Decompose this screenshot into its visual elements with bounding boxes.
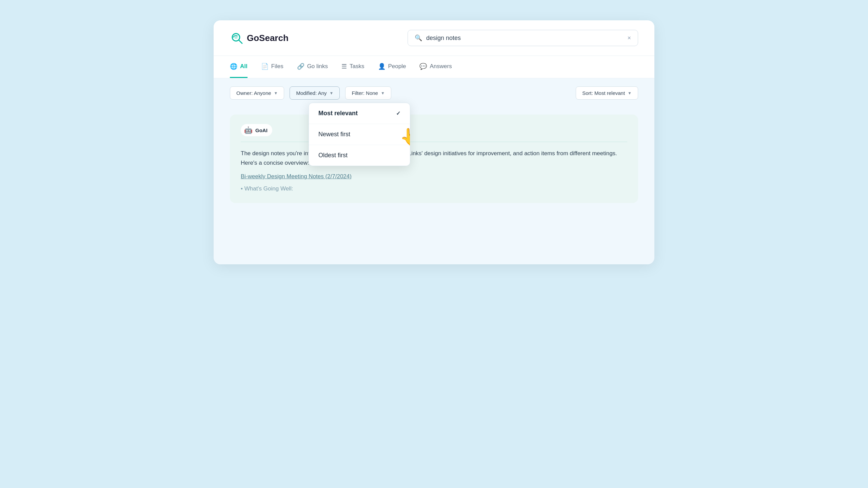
app-window: GoSearch 🔍 × 🌐 All 📄 Files 🔗 Go links ☰ …	[214, 20, 654, 264]
cursor-pointer-icon: 👆	[400, 127, 410, 146]
goai-sub-text: • What's Going Well:	[241, 184, 627, 194]
tab-people-label: People	[388, 63, 406, 70]
sort-most-relevant-label: Most relevant	[318, 110, 358, 117]
files-icon: 📄	[261, 63, 269, 70]
goai-header: 🤖 GoAI	[241, 124, 627, 142]
sort-option-newest-first[interactable]: Newest first 👆	[309, 124, 410, 145]
tab-people[interactable]: 👤 People	[378, 56, 406, 78]
sort-option-oldest-first[interactable]: Oldest first	[309, 145, 410, 166]
tab-golinks[interactable]: 🔗 Go links	[297, 56, 328, 78]
sort-option-most-relevant[interactable]: Most relevant ✓	[309, 103, 410, 124]
sort-dropdown: Most relevant ✓ Newest first 👆 Oldest fi…	[309, 103, 410, 166]
goai-body: The design notes you're interested in co…	[241, 149, 627, 194]
logo[interactable]: GoSearch	[230, 31, 289, 45]
people-icon: 👤	[378, 63, 386, 70]
tabs-nav: 🌐 All 📄 Files 🔗 Go links ☰ Tasks 👤 Peopl…	[214, 56, 654, 78]
tab-answers-label: Answers	[430, 63, 452, 70]
sort-chevron-icon: ▼	[628, 91, 632, 96]
logo-text: GoSearch	[247, 33, 289, 43]
goai-badge: 🤖 GoAI	[241, 124, 272, 136]
sort-newest-first-label: Newest first	[318, 131, 350, 138]
tab-files[interactable]: 📄 Files	[261, 56, 283, 78]
modified-filter-button[interactable]: Modified: Any ▼	[290, 86, 340, 100]
filter-chevron-icon: ▼	[381, 91, 385, 96]
main-content: 🤖 GoAI The design notes you're intereste…	[214, 108, 654, 217]
owner-chevron-icon: ▼	[274, 91, 278, 96]
owner-filter-button[interactable]: Owner: Anyone ▼	[230, 86, 284, 100]
modified-filter-label: Modified: Any	[296, 90, 327, 96]
sort-label: Sort: Most relevant	[582, 90, 625, 96]
header: GoSearch 🔍 ×	[214, 20, 654, 56]
check-icon: ✓	[396, 110, 400, 117]
tab-files-label: Files	[271, 63, 283, 70]
goai-link[interactable]: Bi-weekly Design Meeting Notes (2/7/2024…	[241, 172, 627, 181]
modified-chevron-icon: ▼	[330, 91, 334, 96]
tab-golinks-label: Go links	[307, 63, 328, 70]
goai-card: 🤖 GoAI The design notes you're intereste…	[230, 115, 638, 203]
robot-icon: 🤖	[244, 126, 253, 134]
golinks-icon: 🔗	[297, 63, 304, 70]
sort-button[interactable]: Sort: Most relevant ▼	[576, 86, 638, 100]
clear-search-button[interactable]: ×	[627, 35, 631, 42]
search-bar: 🔍 ×	[408, 30, 638, 46]
filter-button[interactable]: Filter: None ▼	[345, 86, 391, 100]
filters-row: Owner: Anyone ▼ Modified: Any ▼ Filter: …	[214, 78, 654, 108]
svg-line-1	[239, 40, 242, 43]
goai-badge-label: GoAI	[255, 127, 268, 133]
answers-icon: 💬	[419, 63, 427, 70]
tab-tasks[interactable]: ☰ Tasks	[341, 56, 364, 78]
tasks-icon: ☰	[341, 63, 347, 70]
sort-dropdown-menu: Most relevant ✓ Newest first 👆 Oldest fi…	[309, 103, 410, 166]
tab-answers[interactable]: 💬 Answers	[419, 56, 452, 78]
all-icon: 🌐	[230, 63, 237, 70]
filter-label: Filter: None	[352, 90, 378, 96]
search-input[interactable]	[426, 35, 623, 42]
tab-tasks-label: Tasks	[350, 63, 364, 70]
tab-all[interactable]: 🌐 All	[230, 56, 248, 78]
sort-oldest-first-label: Oldest first	[318, 152, 348, 159]
goai-body-text: The design notes you're interested in co…	[241, 149, 627, 168]
tab-all-label: All	[240, 63, 248, 70]
search-icon: 🔍	[415, 34, 422, 42]
owner-filter-label: Owner: Anyone	[236, 90, 271, 96]
logo-icon	[230, 31, 243, 45]
